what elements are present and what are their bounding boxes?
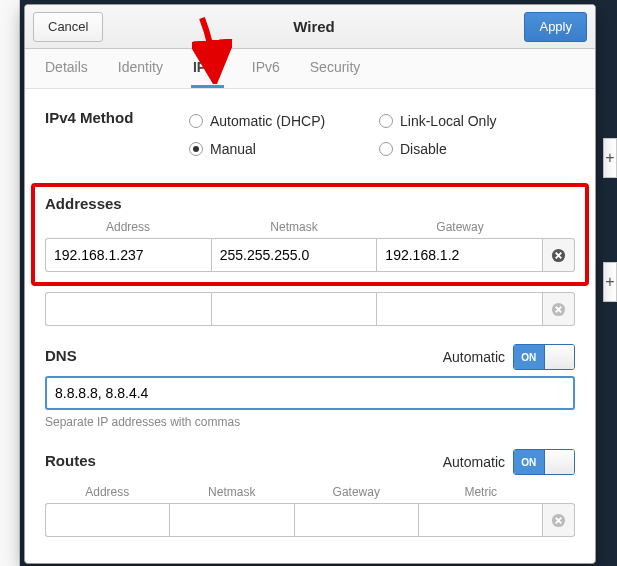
- bg-plus-button[interactable]: +: [603, 138, 617, 178]
- delete-row-button[interactable]: [543, 292, 575, 326]
- method-disable[interactable]: Disable: [379, 135, 569, 163]
- tab-security[interactable]: Security: [308, 49, 363, 88]
- routes-header-row: Address Netmask Gateway Metric: [45, 481, 575, 503]
- dns-section: DNS Automatic ON Separate IP addresses w…: [45, 344, 575, 429]
- tab-ipv4[interactable]: IPv4: [191, 49, 224, 88]
- close-circle-icon: [551, 302, 566, 317]
- method-auto-dhcp[interactable]: Automatic (DHCP): [189, 107, 379, 135]
- dns-label: DNS: [45, 347, 443, 364]
- addresses-label: Addresses: [45, 195, 575, 212]
- gateway-input[interactable]: [376, 238, 543, 272]
- method-link-local[interactable]: Link-Local Only: [379, 107, 569, 135]
- switch-on-label: ON: [514, 450, 544, 474]
- radio-label: Disable: [400, 141, 447, 157]
- address-input[interactable]: [45, 238, 211, 272]
- tab-details[interactable]: Details: [43, 49, 90, 88]
- addresses-highlight: Addresses Address Netmask Gateway: [31, 183, 589, 286]
- network-settings-dialog: Cancel Wired Apply Details Identity IPv4…: [24, 4, 596, 564]
- radio-icon: [379, 114, 393, 128]
- route-metric-input[interactable]: [418, 503, 543, 537]
- address-row: [45, 292, 575, 326]
- dns-auto-switch[interactable]: ON: [513, 344, 575, 370]
- routes-section: Routes Automatic ON Address Netmask Gate…: [45, 449, 575, 537]
- delete-row-button[interactable]: [543, 238, 575, 272]
- col-netmask: Netmask: [211, 216, 377, 238]
- netmask-input[interactable]: [211, 238, 377, 272]
- address-input[interactable]: [45, 292, 211, 326]
- switch-knob: [544, 345, 575, 369]
- routes-auto-label: Automatic: [443, 454, 505, 470]
- cancel-button[interactable]: Cancel: [33, 12, 103, 42]
- radio-label: Automatic (DHCP): [210, 113, 325, 129]
- col-netmask: Netmask: [170, 481, 295, 503]
- bg-plus-button[interactable]: +: [603, 262, 617, 302]
- switch-knob: [544, 450, 575, 474]
- ipv4-method-label: IPv4 Method: [45, 107, 189, 126]
- radio-icon: [189, 142, 203, 156]
- ipv4-method-section: IPv4 Method Automatic (DHCP) Link-Local …: [45, 107, 575, 163]
- dns-servers-input[interactable]: [45, 376, 575, 410]
- col-address: Address: [45, 216, 211, 238]
- dialog-content: IPv4 Method Automatic (DHCP) Link-Local …: [25, 89, 595, 563]
- tab-ipv6[interactable]: IPv6: [250, 49, 282, 88]
- method-manual[interactable]: Manual: [189, 135, 379, 163]
- delete-row-button[interactable]: [543, 503, 575, 537]
- col-gateway: Gateway: [294, 481, 419, 503]
- switch-on-label: ON: [514, 345, 544, 369]
- col-metric: Metric: [419, 481, 544, 503]
- tab-bar: Details Identity IPv4 IPv6 Security: [25, 49, 595, 89]
- col-gateway: Gateway: [377, 216, 543, 238]
- apply-button[interactable]: Apply: [524, 12, 587, 42]
- bg-sidebar: [0, 0, 20, 566]
- col-address: Address: [45, 481, 170, 503]
- route-gateway-input[interactable]: [294, 503, 418, 537]
- routes-auto-switch[interactable]: ON: [513, 449, 575, 475]
- dialog-header: Cancel Wired Apply: [25, 5, 595, 49]
- routes-label: Routes: [45, 452, 443, 469]
- dns-hint: Separate IP addresses with commas: [45, 415, 575, 429]
- dialog-title: Wired: [103, 18, 524, 35]
- route-netmask-input[interactable]: [169, 503, 293, 537]
- radio-label: Link-Local Only: [400, 113, 497, 129]
- address-row: [45, 238, 575, 272]
- netmask-input[interactable]: [211, 292, 377, 326]
- route-row: [45, 503, 575, 537]
- close-circle-icon: [551, 248, 566, 263]
- addresses-header-row: Address Netmask Gateway: [45, 216, 575, 238]
- dns-auto-label: Automatic: [443, 349, 505, 365]
- close-circle-icon: [551, 513, 566, 528]
- gateway-input[interactable]: [376, 292, 543, 326]
- radio-label: Manual: [210, 141, 256, 157]
- tab-identity[interactable]: Identity: [116, 49, 165, 88]
- radio-icon: [189, 114, 203, 128]
- radio-icon: [379, 142, 393, 156]
- route-address-input[interactable]: [45, 503, 169, 537]
